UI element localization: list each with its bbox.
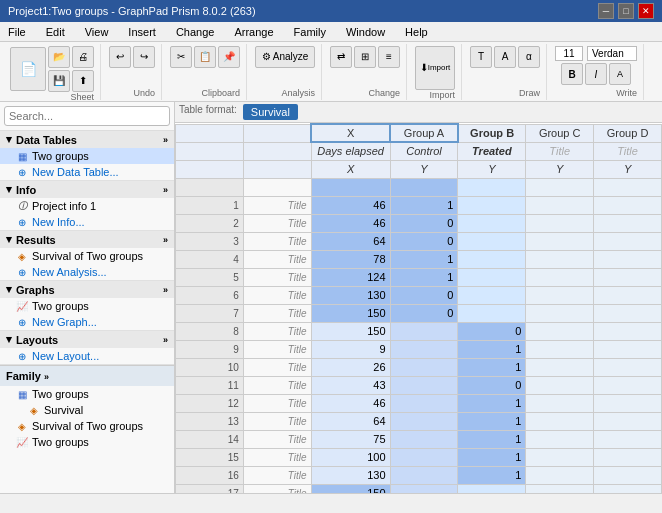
group-a-cell[interactable]: 0 xyxy=(390,232,458,250)
title-cell[interactable]: Title xyxy=(243,358,311,376)
group-d-cell[interactable] xyxy=(594,394,662,412)
title-cell[interactable]: Title xyxy=(243,232,311,250)
save-button[interactable]: 💾 xyxy=(48,70,70,92)
x-cell[interactable]: 78 xyxy=(311,250,390,268)
group-a-cell[interactable] xyxy=(390,376,458,394)
group-a-cell[interactable] xyxy=(390,448,458,466)
title-cell[interactable] xyxy=(243,178,311,196)
group-c-cell[interactable] xyxy=(526,466,594,484)
survival-format-button[interactable]: Survival xyxy=(243,104,298,120)
title-cell[interactable]: Title xyxy=(243,412,311,430)
maximize-button[interactable]: □ xyxy=(618,3,634,19)
x-cell[interactable]: 46 xyxy=(311,214,390,232)
group-c-cell[interactable] xyxy=(526,376,594,394)
group-c-cell[interactable] xyxy=(526,358,594,376)
copy-button[interactable]: 📋 xyxy=(194,46,216,68)
group-a-cell[interactable] xyxy=(390,430,458,448)
new-button[interactable]: 📄 xyxy=(10,47,46,91)
group-b-cell[interactable] xyxy=(458,178,526,196)
menu-window[interactable]: Window xyxy=(342,25,389,39)
group-b-cell[interactable]: 1 xyxy=(458,430,526,448)
title-cell[interactable]: Title xyxy=(243,286,311,304)
group-c-cell[interactable] xyxy=(526,214,594,232)
group-b-cell[interactable] xyxy=(458,232,526,250)
x-cell[interactable]: 130 xyxy=(311,466,390,484)
x-cell[interactable] xyxy=(311,178,390,196)
group-d-cell[interactable] xyxy=(594,304,662,322)
export-button[interactable]: ⬆ xyxy=(72,70,94,92)
group-a-cell[interactable]: 1 xyxy=(390,250,458,268)
group-a-cell[interactable] xyxy=(390,358,458,376)
group-c-cell[interactable] xyxy=(526,448,594,466)
title-cell[interactable]: Title xyxy=(243,430,311,448)
group-b-cell[interactable] xyxy=(458,484,526,493)
x-cell[interactable]: 64 xyxy=(311,232,390,250)
title-cell[interactable]: Title xyxy=(243,304,311,322)
menu-help[interactable]: Help xyxy=(401,25,432,39)
title-cell[interactable]: Title xyxy=(243,214,311,232)
group-b-cell[interactable] xyxy=(458,250,526,268)
group-c-cell[interactable] xyxy=(526,430,594,448)
x-cell[interactable]: 150 xyxy=(311,322,390,340)
group-d-cell[interactable] xyxy=(594,214,662,232)
group-c-cell[interactable] xyxy=(526,322,594,340)
print-button[interactable]: 🖨 xyxy=(72,46,94,68)
change-btn2[interactable]: ⊞ xyxy=(354,46,376,68)
sidebar-item-two-groups[interactable]: ▦ Two groups xyxy=(0,148,174,164)
group-c-cell[interactable] xyxy=(526,178,594,196)
group-d-cell[interactable] xyxy=(594,340,662,358)
group-a-cell[interactable]: 0 xyxy=(390,304,458,322)
section-data-tables-header[interactable]: ▾ Data Tables » xyxy=(0,131,174,148)
group-d-cell[interactable] xyxy=(594,232,662,250)
color-button[interactable]: A xyxy=(609,63,631,85)
minimize-button[interactable]: ─ xyxy=(598,3,614,19)
group-a-cell[interactable] xyxy=(390,412,458,430)
x-cell[interactable]: 75 xyxy=(311,430,390,448)
title-cell[interactable]: Title xyxy=(243,376,311,394)
change-btn3[interactable]: ≡ xyxy=(378,46,400,68)
x-cell[interactable]: 64 xyxy=(311,412,390,430)
italic-button[interactable]: I xyxy=(585,63,607,85)
group-b-cell[interactable] xyxy=(458,268,526,286)
sidebar-item-new-info[interactable]: ⊕ New Info... xyxy=(0,214,174,230)
paste-button[interactable]: 📌 xyxy=(218,46,240,68)
group-d-cell[interactable] xyxy=(594,448,662,466)
group-a-cell[interactable]: 1 xyxy=(390,196,458,214)
group-a-cell[interactable] xyxy=(390,466,458,484)
group-c-cell[interactable] xyxy=(526,394,594,412)
x-cell[interactable]: 150 xyxy=(311,484,390,493)
family-item-two-groups[interactable]: ▦ Two groups xyxy=(0,386,174,402)
group-c-cell[interactable] xyxy=(526,196,594,214)
group-a-cell[interactable] xyxy=(390,340,458,358)
import-button[interactable]: ⬇Import xyxy=(415,46,455,90)
x-cell[interactable]: 26 xyxy=(311,358,390,376)
group-c-cell[interactable] xyxy=(526,268,594,286)
x-cell[interactable]: 130 xyxy=(311,286,390,304)
search-input[interactable] xyxy=(4,106,170,126)
section-results-header[interactable]: ▾ Results » xyxy=(0,231,174,248)
section-info-header[interactable]: ▾ Info » xyxy=(0,181,174,198)
group-a-cell[interactable]: 1 xyxy=(390,268,458,286)
group-c-cell[interactable] xyxy=(526,340,594,358)
menu-edit[interactable]: Edit xyxy=(42,25,69,39)
cut-button[interactable]: ✂ xyxy=(170,46,192,68)
group-d-cell[interactable] xyxy=(594,178,662,196)
group-d-cell[interactable] xyxy=(594,430,662,448)
group-b-cell[interactable]: 1 xyxy=(458,412,526,430)
title-cell[interactable]: Title xyxy=(243,250,311,268)
undo-button[interactable]: ↩ xyxy=(109,46,131,68)
sidebar-item-new-analysis[interactable]: ⊕ New Analysis... xyxy=(0,264,174,280)
group-d-cell[interactable] xyxy=(594,466,662,484)
grid-container[interactable]: X Group A Group B Group C Group D Days e… xyxy=(175,123,662,493)
x-cell[interactable]: 124 xyxy=(311,268,390,286)
title-cell[interactable]: Title xyxy=(243,196,311,214)
group-d-cell[interactable] xyxy=(594,412,662,430)
menu-view[interactable]: View xyxy=(81,25,113,39)
x-cell[interactable]: 46 xyxy=(311,394,390,412)
change-btn1[interactable]: ⇄ xyxy=(330,46,352,68)
font-size-input[interactable]: 11 xyxy=(555,46,583,61)
group-c-cell[interactable] xyxy=(526,412,594,430)
group-a-cell[interactable] xyxy=(390,178,458,196)
title-cell[interactable]: Title xyxy=(243,448,311,466)
group-b-cell[interactable] xyxy=(458,304,526,322)
